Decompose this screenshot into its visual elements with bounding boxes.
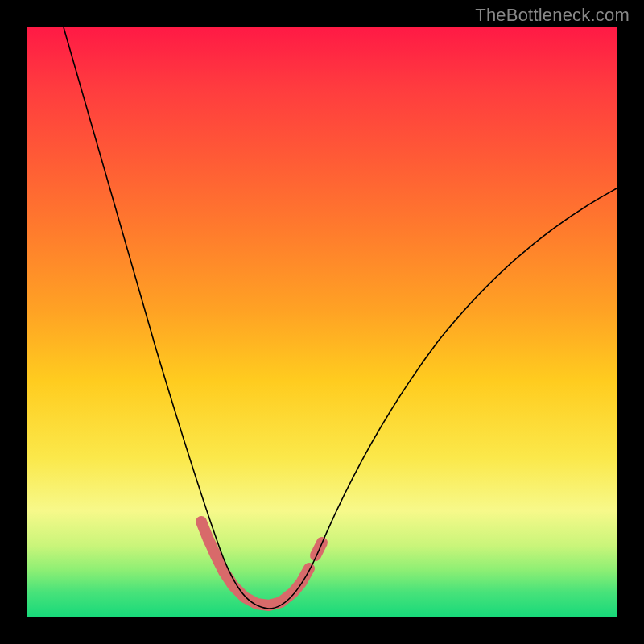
chart-frame: TheBottleneck.com — [0, 0, 644, 644]
bottleneck-curve — [64, 27, 617, 609]
plot-area — [27, 27, 617, 617]
watermark-text: TheBottleneck.com — [475, 5, 630, 26]
curve-highlight — [201, 522, 309, 605]
curve-svg — [27, 27, 617, 617]
